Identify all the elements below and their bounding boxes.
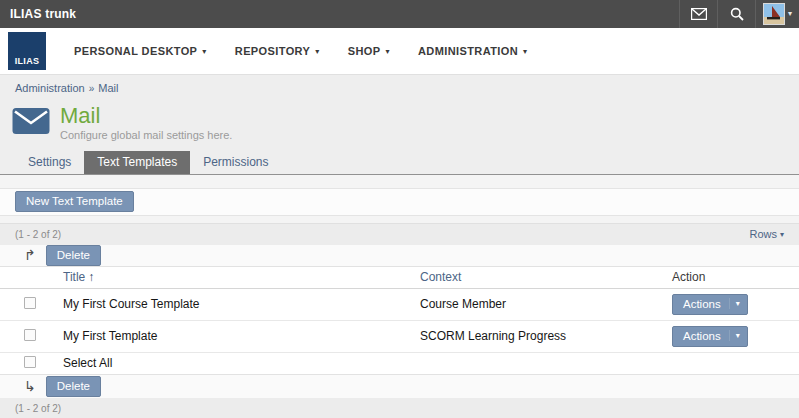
page-title: Mail <box>60 104 232 128</box>
actions-button[interactable]: Actions ▾ <box>672 294 748 315</box>
select-all-checkbox[interactable] <box>24 356 36 368</box>
pagination-range-top: (1 - 2 of 2) <box>15 229 61 240</box>
cell-title: My First Course Template <box>63 297 420 311</box>
cell-title: My First Template <box>63 329 420 343</box>
page-header: Mail Configure global mail settings here… <box>0 98 799 143</box>
select-all-row: Select All <box>0 353 799 374</box>
row-checkbox[interactable] <box>24 329 36 341</box>
chevron-down-icon: ▾ <box>202 47 206 56</box>
row-checkbox[interactable] <box>24 297 36 309</box>
apply-selection-up-icon: ↱ <box>24 248 36 262</box>
breadcrumb-administration[interactable]: Administration <box>15 82 85 94</box>
breadcrumb: Administration»Mail <box>0 75 799 98</box>
tab-bar: Settings Text Templates Permissions <box>0 143 799 173</box>
text-templates-table: (1 - 2 of 2) Rows ▾ ↱ Delete Title↑ Cont… <box>0 223 799 418</box>
new-text-template-button[interactable]: New Text Template <box>15 191 134 212</box>
mail-icon[interactable] <box>679 0 717 28</box>
content-area: New Text Template (1 - 2 of 2) Rows ▾ ↱ … <box>0 188 799 418</box>
topbar-actions: ▾ <box>679 0 799 28</box>
rows-dropdown[interactable]: Rows ▾ <box>749 228 784 240</box>
apply-selection-down-icon: ↳ <box>24 379 36 393</box>
main-menu: PERSONAL DESKTOP ▾ REPOSITORY ▾ SHOP ▾ A… <box>60 37 541 65</box>
select-all-label: Select All <box>63 356 420 370</box>
tab-text-templates[interactable]: Text Templates <box>84 151 190 173</box>
app-title: ILIAS trunk <box>0 7 76 21</box>
chevron-down-icon: ▾ <box>780 230 784 239</box>
tab-settings[interactable]: Settings <box>15 151 84 173</box>
table-header-row: Title↑ Context Action <box>0 267 799 289</box>
mail-envelope-icon <box>12 107 50 139</box>
table-command-row-bottom: ↳ Delete <box>0 374 799 398</box>
main-navbar: ILIAS PERSONAL DESKTOP ▾ REPOSITORY ▾ SH… <box>0 28 799 75</box>
column-action: Action <box>672 270 799 284</box>
breadcrumb-mail[interactable]: Mail <box>98 82 118 94</box>
cell-context: Course Member <box>420 297 672 311</box>
table-row: My First Template SCORM Learning Progres… <box>0 321 799 353</box>
table-command-row-top: ↱ Delete <box>0 245 799 267</box>
menu-repository[interactable]: REPOSITORY ▾ <box>221 37 334 65</box>
breadcrumb-separator: » <box>89 83 95 94</box>
tab-permissions[interactable]: Permissions <box>190 151 281 173</box>
table-pagination-top: (1 - 2 of 2) Rows ▾ <box>0 224 799 245</box>
search-icon[interactable] <box>717 0 755 28</box>
chevron-down-icon: ▾ <box>523 47 527 56</box>
chevron-down-icon: ▾ <box>386 47 390 56</box>
top-bar: ILIAS trunk ▾ <box>0 0 799 28</box>
avatar <box>763 3 785 25</box>
page-head-band: Administration»Mail Mail Configure globa… <box>0 75 799 175</box>
pagination-range-bottom: (1 - 2 of 2) <box>15 403 61 414</box>
menu-administration[interactable]: ADMINISTRATION ▾ <box>404 37 542 65</box>
ilias-logo[interactable]: ILIAS <box>8 32 46 70</box>
chevron-down-icon: ▾ <box>315 47 319 56</box>
actions-button[interactable]: Actions ▾ <box>672 326 748 347</box>
sort-ascending-icon: ↑ <box>88 270 94 284</box>
cell-context: SCORM Learning Progress <box>420 329 672 343</box>
menu-personal-desktop[interactable]: PERSONAL DESKTOP ▾ <box>60 37 221 65</box>
user-menu[interactable]: ▾ <box>755 0 799 28</box>
delete-button-bottom[interactable]: Delete <box>46 376 101 397</box>
chevron-down-icon: ▾ <box>788 10 792 18</box>
table-row: My First Course Template Course Member A… <box>0 289 799 321</box>
menu-shop[interactable]: SHOP ▾ <box>334 37 404 65</box>
delete-button-top[interactable]: Delete <box>46 245 101 266</box>
column-title[interactable]: Title↑ <box>63 270 420 284</box>
page-subtitle: Configure global mail settings here. <box>60 129 232 141</box>
chevron-down-icon: ▾ <box>729 298 747 309</box>
table-pagination-bottom: (1 - 2 of 2) <box>0 398 799 418</box>
chevron-down-icon: ▾ <box>729 330 747 341</box>
toolbar: New Text Template <box>0 188 799 216</box>
column-context[interactable]: Context <box>420 270 672 284</box>
